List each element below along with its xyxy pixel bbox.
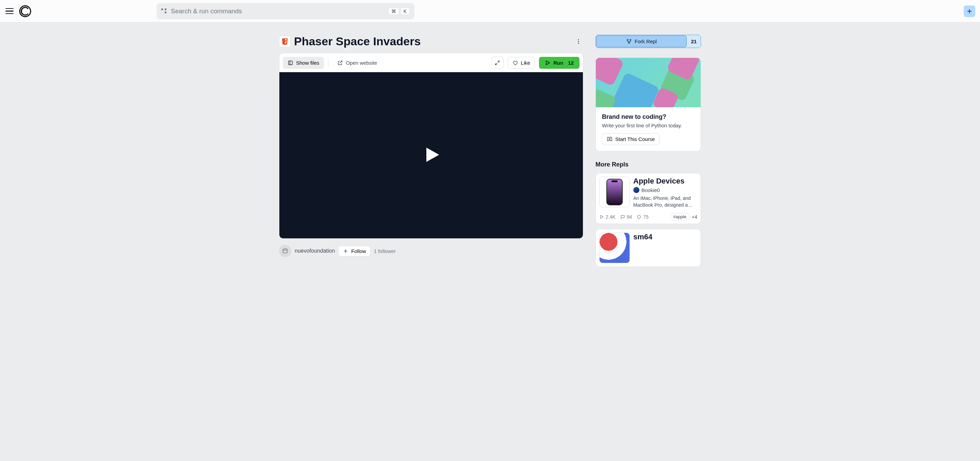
more-tags[interactable]: +4 [692, 214, 697, 220]
repl-title: Phaser Space Invaders [294, 35, 570, 48]
svg-marker-7 [546, 61, 550, 64]
like-button[interactable]: Like [508, 57, 535, 69]
likes-stat: 75 [637, 214, 649, 220]
repl-card[interactable]: sm64 [595, 229, 701, 267]
more-repls-heading: More Repls [595, 161, 701, 168]
svg-point-14 [630, 39, 631, 40]
run-button[interactable]: Run 12 [539, 57, 579, 69]
svg-rect-5 [288, 61, 292, 64]
follow-button[interactable]: Follow [338, 246, 370, 256]
html5-lang-icon [279, 36, 291, 47]
more-options-button[interactable] [574, 37, 583, 46]
repl-card-desc: An iMac, iPhone, iPad, and MacBook Pro, … [633, 195, 697, 208]
svg-point-13 [627, 39, 628, 40]
follower-count: 1 follower [374, 248, 396, 254]
repl-thumbnail [599, 177, 630, 207]
runs-stat: 2.4K [599, 214, 616, 220]
svg-point-2 [578, 39, 579, 40]
preview-panel: Show files Open website Like Run [279, 53, 583, 239]
tag[interactable]: #apple [670, 213, 690, 220]
svg-rect-9 [283, 249, 287, 253]
open-website-button[interactable]: Open website [332, 57, 382, 69]
command-grid-icon [161, 8, 167, 14]
create-button[interactable] [964, 5, 975, 17]
start-course-button[interactable]: Start This Course [602, 133, 659, 145]
svg-point-4 [578, 43, 579, 43]
keyboard-shortcut: ⌘ K [388, 8, 410, 15]
repl-card[interactable]: Apple Devices Bookie0 An iMac, iPhone, i… [595, 173, 701, 224]
hamburger-menu[interactable] [5, 6, 14, 16]
promo-title: Brand new to coding? [602, 113, 695, 121]
show-files-button[interactable]: Show files [283, 57, 324, 69]
author-name[interactable]: nuevofoundation [295, 248, 335, 254]
svg-marker-17 [601, 215, 603, 218]
search-input[interactable] [171, 8, 384, 15]
expand-button[interactable] [492, 56, 504, 69]
fork-repl-button[interactable]: Fork Repl [596, 35, 687, 47]
svg-point-15 [628, 42, 630, 43]
svg-marker-8 [426, 148, 439, 162]
search-bar[interactable]: ⌘ K [156, 3, 414, 19]
output-stage[interactable] [279, 72, 583, 238]
play-overlay-icon[interactable] [422, 145, 441, 166]
repl-card-title: sm64 [633, 233, 697, 241]
run-count: 12 [568, 60, 574, 66]
repl-card-title: Apple Devices [633, 177, 697, 185]
replit-logo[interactable] [19, 5, 31, 18]
author-mini-avatar [633, 187, 640, 193]
promo-card[interactable]: Brand new to coding? Write your first li… [595, 57, 701, 152]
promo-text: Write your first line of Python today. [602, 123, 695, 128]
promo-image [596, 58, 701, 107]
fork-count: 21 [687, 35, 701, 48]
repl-thumbnail [599, 233, 630, 263]
svg-point-3 [578, 41, 579, 42]
author-avatar[interactable] [279, 245, 291, 257]
comments-stat: 94 [620, 214, 632, 220]
repl-card-author[interactable]: Bookie0 [641, 187, 660, 193]
